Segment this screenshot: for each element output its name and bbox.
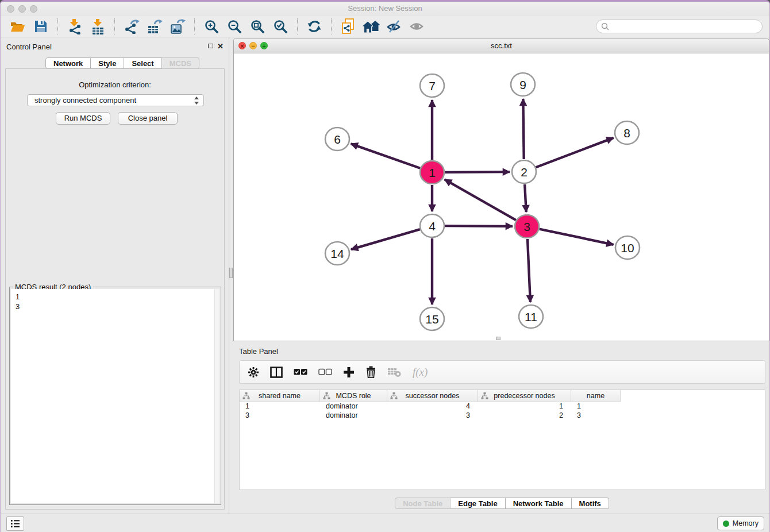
network-canvas[interactable]: 1234678910111415 — [234, 53, 769, 341]
deselect-all-button[interactable] — [318, 368, 332, 376]
graph-edge-1-6[interactable] — [351, 144, 421, 168]
frame-resize-handle[interactable] — [496, 337, 500, 340]
graph-node-label-8: 8 — [623, 126, 630, 140]
control-panel-title: Control Panel — [6, 43, 52, 51]
cell-shared-name[interactable]: 3 — [240, 411, 320, 421]
graph-node-label-9: 9 — [519, 78, 526, 91]
table-settings-button[interactable] — [248, 367, 259, 378]
cell-MCDS-role[interactable]: dominator — [320, 411, 387, 421]
graph-edge-2-3[interactable] — [525, 184, 526, 212]
cell-predecessor-nodes[interactable]: 1 — [478, 402, 571, 411]
cell-MCDS-role[interactable]: dominator — [320, 402, 387, 411]
toolbar-separator — [194, 18, 195, 34]
open-folder-icon — [10, 20, 25, 33]
tab-network[interactable]: Network — [45, 57, 91, 69]
list-icon — [10, 519, 20, 528]
memory-button[interactable]: Memory — [717, 516, 764, 530]
result-line: 3 — [16, 302, 215, 311]
export-image-button[interactable] — [169, 18, 186, 35]
delete-column-button[interactable] — [365, 366, 376, 378]
result-line: 1 — [16, 292, 215, 302]
window-title: Session: New Session — [1, 4, 769, 13]
graph-edge-3-1[interactable] — [445, 179, 516, 220]
close-panel-icon[interactable]: ✕ — [217, 44, 224, 49]
network-view-titlebar[interactable]: × − + scc.txt — [234, 38, 769, 53]
cell-shared-name[interactable]: 1 — [240, 402, 320, 411]
tab-edge-table[interactable]: Edge Table — [451, 498, 505, 509]
export-table-button[interactable] — [146, 18, 163, 35]
graph-edge-2-9[interactable] — [523, 99, 523, 159]
select-all-button[interactable] — [294, 368, 307, 376]
graph-edge-2-8[interactable] — [536, 138, 614, 167]
graph-node-label-1: 1 — [429, 166, 436, 179]
table-row-1[interactable]: 3dominator323 — [240, 411, 765, 421]
zoom-out-button[interactable] — [226, 18, 243, 35]
graph-edge-4-3[interactable] — [445, 226, 513, 226]
cell-name[interactable]: 3 — [571, 411, 621, 421]
refresh-button[interactable] — [306, 18, 323, 35]
tab-node-table[interactable]: Node Table — [395, 498, 451, 509]
graph-edge-3-10[interactable] — [540, 229, 614, 245]
cell-predecessor-nodes[interactable]: 2 — [478, 411, 571, 421]
eye-icon — [409, 19, 425, 34]
zoom-selected-button[interactable] — [272, 18, 289, 35]
tab-motifs[interactable]: Motifs — [572, 498, 609, 509]
save-session-button[interactable] — [32, 18, 49, 35]
graph-node-label-10: 10 — [621, 241, 634, 255]
control-panel: Control Panel ✕ Network Style Select MCD… — [1, 37, 229, 515]
table-row-0[interactable]: 1dominator411 — [240, 402, 765, 411]
houses-icon — [363, 20, 380, 33]
tab-select[interactable]: Select — [124, 57, 161, 69]
column-header-MCDS-role[interactable]: MCDS role — [320, 390, 387, 402]
import-table-button[interactable] — [89, 18, 106, 35]
tab-mcds[interactable]: MCDS — [162, 57, 199, 69]
status-bar: Memory — [1, 514, 769, 532]
task-history-button[interactable] — [6, 516, 24, 531]
select-stepper-icon — [194, 97, 199, 105]
float-panel-icon[interactable] — [208, 44, 213, 48]
zoom-in-button[interactable] — [203, 18, 220, 35]
graph-node-label-11: 11 — [525, 310, 537, 323]
hide-details-button[interactable] — [386, 18, 403, 35]
close-panel-button[interactable]: Close panel — [118, 112, 178, 125]
plus-icon — [343, 367, 355, 378]
graph-edge-4-14[interactable] — [351, 229, 420, 249]
network-overview-button[interactable] — [363, 18, 380, 35]
optimization-criterion-select[interactable]: strongly connected component — [27, 94, 204, 106]
import-network-button[interactable] — [66, 18, 83, 35]
column-header-label: successor nodes — [406, 392, 460, 400]
table-body: 1dominator4113dominator323 — [240, 402, 765, 421]
mcds-result-textarea[interactable]: 1 3 — [11, 289, 220, 503]
graph-edge-3-11[interactable] — [528, 239, 530, 302]
search-field[interactable] — [596, 20, 763, 33]
column-header-predecessor-nodes[interactable]: predecessor nodes — [478, 390, 571, 402]
add-column-button[interactable] — [343, 367, 355, 378]
tab-network-table[interactable]: Network Table — [506, 498, 572, 509]
graph-edge-1-2[interactable] — [445, 172, 510, 172]
column-header-successor-nodes[interactable]: successor nodes — [387, 390, 478, 402]
export-network-icon — [124, 19, 140, 34]
run-mcds-button[interactable]: Run MCDS — [56, 112, 110, 125]
function-builder-button[interactable]: f(x) — [413, 366, 428, 379]
show-column-button[interactable] — [270, 367, 283, 378]
duplicate-network-button[interactable] — [340, 18, 357, 35]
search-input[interactable] — [612, 22, 762, 31]
cell-successor-nodes[interactable]: 4 — [387, 402, 478, 411]
result-scrollbar[interactable] — [214, 289, 220, 503]
save-icon — [34, 20, 48, 33]
mcds-result-lines: 1 3 — [11, 289, 220, 314]
zoom-fit-button[interactable] — [249, 18, 266, 35]
export-network-button[interactable] — [123, 18, 140, 35]
network-graph[interactable]: 1234678910111415 — [234, 53, 769, 341]
memory-label: Memory — [733, 519, 759, 527]
network-view-title: scc.txt — [234, 41, 769, 50]
open-session-button[interactable] — [9, 18, 26, 35]
cell-name[interactable]: 1 — [571, 402, 621, 411]
column-header-name[interactable]: name — [571, 390, 621, 402]
column-header-shared-name[interactable]: shared name — [240, 390, 320, 402]
tab-style[interactable]: Style — [91, 57, 124, 69]
show-details-button[interactable] — [409, 18, 426, 35]
splitter-handle[interactable] — [229, 268, 233, 278]
delete-table-button[interactable] — [387, 367, 402, 377]
cell-successor-nodes[interactable]: 3 — [387, 411, 478, 421]
